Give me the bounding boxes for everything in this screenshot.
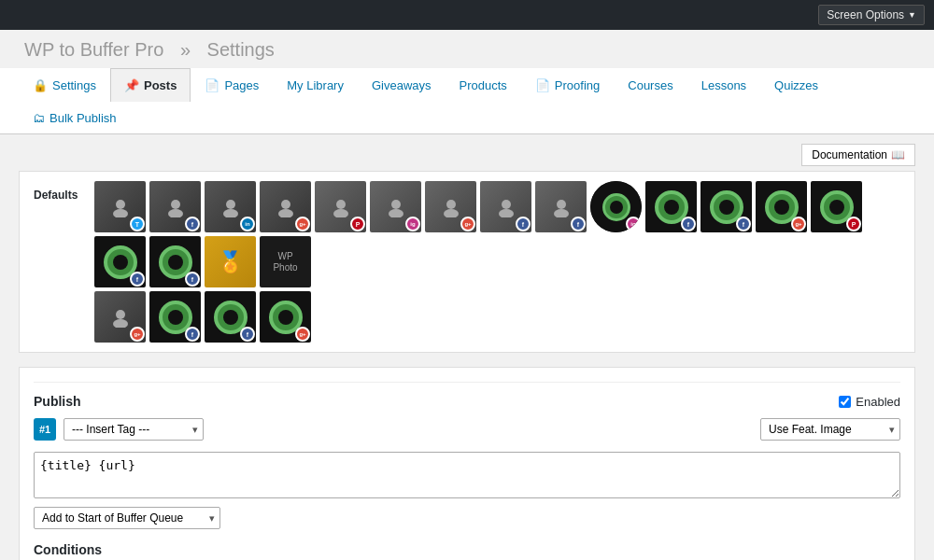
settings-icon: 🔒	[33, 78, 48, 92]
tab-quizzes[interactable]: Quizzes	[760, 68, 832, 102]
posts-icon: 📌	[124, 78, 139, 92]
insert-tag-select[interactable]: --- Insert Tag ---	[64, 418, 204, 441]
doc-bar: Documentation 📖	[19, 134, 915, 171]
page-title-main: WP to Buffer Pro	[24, 39, 163, 60]
svg-point-4	[226, 200, 235, 209]
svg-point-0	[116, 200, 125, 209]
documentation-button[interactable]: Documentation 📖	[801, 144, 915, 166]
thumb-16-badge: f	[185, 272, 200, 287]
thumb-1[interactable]: T	[94, 181, 146, 232]
tab-quizzes-label: Quizzes	[774, 78, 818, 92]
defaults-label: Defaults	[34, 181, 85, 202]
tab-giveaways[interactable]: Giveaways	[358, 68, 446, 102]
svg-point-6	[281, 200, 290, 209]
thumb-13[interactable]: g+	[756, 181, 807, 232]
thumb-r2-1-badge: g+	[130, 327, 145, 342]
insert-tag-wrapper: --- Insert Tag ---	[64, 418, 204, 441]
thumb-2-badge: f	[185, 217, 200, 231]
bulk-publish-icon: 🗂	[33, 111, 45, 125]
tab-my-library-label: My Library	[287, 78, 344, 92]
publish-section: Publish Enabled #1 --- Insert Tag ---	[19, 367, 915, 560]
thumb-5[interactable]: P	[315, 181, 366, 232]
thumb-9[interactable]: f	[535, 181, 587, 232]
tab-posts[interactable]: 📌 Posts	[110, 68, 191, 102]
screen-options-label: Screen Options	[827, 8, 904, 21]
thumb-14[interactable]: P	[811, 181, 862, 232]
tab-lessons[interactable]: Lessons	[687, 68, 760, 102]
tab-settings[interactable]: 🔒 Settings	[19, 68, 110, 102]
tab-giveaways-label: Giveaways	[372, 78, 432, 92]
thumb-10[interactable]: ig	[590, 181, 642, 232]
thumb-8[interactable]: f	[480, 181, 531, 232]
thumb-4-badge: g+	[295, 217, 310, 231]
thumb-11-badge: f	[681, 217, 696, 231]
tab-pages[interactable]: 📄 Pages	[191, 68, 273, 102]
thumb-10-badge: ig	[626, 217, 641, 231]
thumb-15[interactable]: f	[94, 236, 146, 287]
tab-posts-label: Posts	[144, 78, 177, 92]
publish-header: Publish Enabled	[34, 382, 900, 409]
thumb-5-badge: P	[350, 217, 365, 231]
queue-select[interactable]: Add to Start of Buffer Queue	[34, 507, 220, 529]
feat-image-select[interactable]: Use Feat. Image	[760, 418, 900, 441]
svg-point-2	[171, 200, 180, 209]
defaults-row: Defaults T f	[34, 181, 900, 287]
thumb-13-badge: g+	[791, 217, 806, 231]
thumb-4[interactable]: g+	[260, 181, 311, 232]
svg-point-10	[391, 200, 401, 209]
tab-my-library[interactable]: My Library	[273, 68, 358, 102]
thumb-r2-2[interactable]: f	[149, 291, 201, 343]
feat-image-wrapper: Use Feat. Image	[760, 418, 900, 441]
pages-icon: 📄	[205, 78, 219, 92]
thumb-r2-1[interactable]: g+	[94, 291, 146, 343]
status-content-textarea[interactable]: {title} {url}	[34, 452, 900, 498]
tab-pages-label: Pages	[224, 78, 259, 92]
tab-courses[interactable]: Courses	[614, 68, 686, 102]
tab-courses-label: Courses	[628, 78, 672, 92]
thumb-wp[interactable]: WPPhoto	[260, 236, 311, 287]
tab-proofing-label: Proofing	[555, 78, 600, 92]
tab-proofing[interactable]: 📄 Proofing	[521, 68, 614, 102]
svg-point-11	[389, 209, 403, 217]
svg-point-8	[336, 200, 346, 209]
tab-products-label: Products	[460, 78, 507, 92]
thumb-15-badge: f	[130, 272, 145, 287]
thumb-1-badge: T	[130, 217, 145, 231]
defaults-row-2: g+ f f	[34, 291, 900, 343]
tab-products[interactable]: Products	[446, 68, 521, 102]
thumb-r2-2-badge: f	[185, 327, 200, 342]
page-title: WP to Buffer Pro » Settings	[0, 30, 934, 61]
tab-lessons-label: Lessons	[701, 78, 746, 92]
thumb-2[interactable]: f	[149, 181, 201, 232]
thumb-12[interactable]: f	[700, 181, 752, 232]
thumb-7[interactable]: g+	[425, 181, 476, 232]
thumb-3[interactable]: in	[205, 181, 256, 232]
tab-settings-label: Settings	[52, 78, 96, 92]
thumb-16[interactable]: f	[149, 236, 201, 287]
svg-point-13	[444, 209, 459, 217]
thumb-6[interactable]: ig	[370, 181, 421, 232]
status-1-row: #1 --- Insert Tag --- Use Feat. Image	[34, 418, 900, 441]
status-1-badge: #1	[34, 418, 56, 441]
thumb-r2-4[interactable]: g+	[260, 291, 311, 343]
thumb-r2-3[interactable]: f	[205, 291, 256, 343]
tabs-bar: 🔒 Settings 📌 Posts 📄 Pages My Library Gi…	[0, 68, 934, 134]
svg-point-18	[116, 310, 125, 319]
defaults-section: Defaults T f	[19, 171, 915, 353]
tab-bulk-publish[interactable]: 🗂 Bulk Publish	[19, 101, 131, 134]
svg-point-5	[223, 209, 238, 217]
thumb-11[interactable]: f	[645, 181, 697, 232]
thumb-7-badge: g+	[460, 217, 475, 231]
svg-point-16	[557, 200, 566, 209]
thumbnails-container: T f in g+	[94, 181, 900, 287]
svg-point-15	[499, 209, 514, 217]
svg-point-3	[168, 209, 183, 217]
enabled-checkbox[interactable]	[839, 396, 851, 408]
svg-point-14	[502, 200, 511, 209]
svg-point-1	[113, 209, 128, 217]
thumb-gold[interactable]: 🏅	[205, 236, 256, 287]
thumb-r2-3-badge: f	[240, 327, 255, 342]
queue-wrapper: Add to Start of Buffer Queue	[34, 507, 220, 529]
screen-options-button[interactable]: Screen Options	[818, 5, 925, 25]
svg-point-12	[446, 200, 456, 209]
